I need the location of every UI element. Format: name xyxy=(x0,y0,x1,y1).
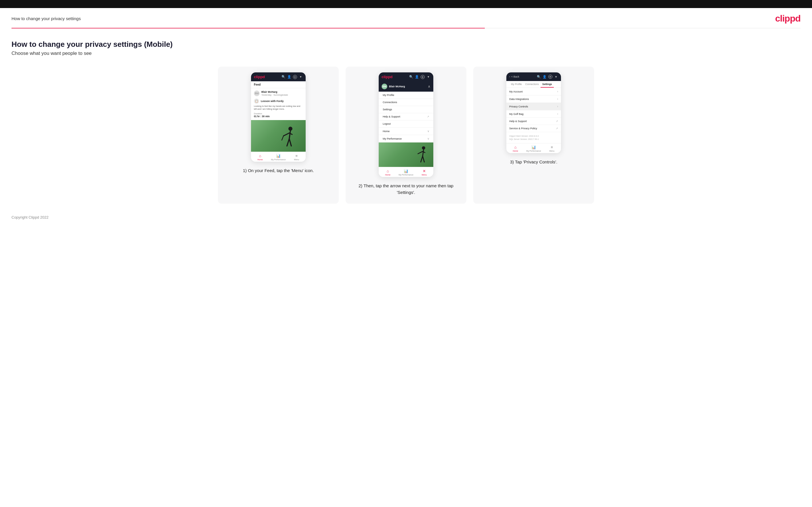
menu-item-logout[interactable]: Logout xyxy=(379,120,433,127)
svg-line-6 xyxy=(282,136,284,140)
menu-user-left: BM Blair McHarg xyxy=(382,83,405,89)
menu-icon-2[interactable]: ▾ xyxy=(426,75,430,79)
menu-item-profile[interactable]: My Profile xyxy=(379,92,433,99)
external-icon-help: ↗ xyxy=(427,115,429,118)
menu-item-help[interactable]: Help & Support ↗ xyxy=(379,113,433,120)
menu-item-connections-label: Connections xyxy=(383,101,397,104)
home-icon: ⌂ xyxy=(259,154,261,158)
settings-item-data-integrations[interactable]: Data Integrations › xyxy=(506,95,561,103)
nav-close-2[interactable]: ✕ Menu xyxy=(415,169,433,176)
menu-items: My Profile Connections Settings Help & S… xyxy=(379,92,433,143)
nav-menu-label: Menu xyxy=(294,159,299,161)
nav-performance-1[interactable]: 📊 My Performance xyxy=(269,154,287,161)
user-icon-3[interactable]: 👤 xyxy=(543,75,547,79)
phone-navbar-2: clippd 🔍 👤 ⊕ ▾ xyxy=(379,72,433,81)
lesson-icon: 📋 xyxy=(254,99,259,104)
menu-item-help-label: Help & Support xyxy=(383,115,400,118)
nav-home-1[interactable]: ⌂ Home xyxy=(251,154,269,161)
phone-mockup-2: clippd 🔍 👤 ⊕ ▾ BM Blair McHarg ∧ xyxy=(379,72,433,177)
svg-point-0 xyxy=(289,127,293,131)
menu-section-home[interactable]: Home ∨ xyxy=(379,127,433,135)
search-icon[interactable]: 🔍 xyxy=(282,75,286,79)
top-bar xyxy=(0,0,812,8)
nav-performance-label-3: My Performance xyxy=(526,150,541,152)
search-icon-2[interactable]: 🔍 xyxy=(409,75,413,79)
feed-lesson-desc: Looking to feel like my hands are exitin… xyxy=(254,105,303,111)
menu-expand-icon[interactable]: ∧ xyxy=(428,84,430,89)
user-icon-2[interactable]: 👤 xyxy=(415,75,419,79)
menu-icon[interactable]: ▾ xyxy=(299,75,303,79)
phone-s2-bottom xyxy=(379,143,433,167)
settings-item-privacy-controls[interactable]: Privacy Controls › xyxy=(506,103,561,110)
nav-performance-2[interactable]: 📊 My Performance xyxy=(397,169,415,176)
nav-menu-label-3: Menu xyxy=(550,150,555,152)
page-subheading: Choose what you want people to see xyxy=(11,51,801,56)
chevron-right-account: › xyxy=(557,90,558,93)
svg-line-4 xyxy=(284,133,289,136)
back-label: < Back xyxy=(511,75,519,78)
menu-item-settings[interactable]: Settings xyxy=(379,106,433,113)
phone-bottom-nav-1: ⌂ Home 📊 My Performance ≡ Menu xyxy=(251,152,306,162)
feed-duration-value: 01 hr : 30 min xyxy=(254,115,303,118)
settings-back-bar: ‹ < Back 🔍 👤 ⊕ ▾ xyxy=(506,72,561,81)
phone-icons-2: 🔍 👤 ⊕ ▾ xyxy=(409,75,430,79)
nav-performance-3[interactable]: 📊 My Performance xyxy=(524,145,543,152)
nav-home-label-2: Home xyxy=(385,174,391,176)
settings-item-service-privacy-label: Service & Privacy Policy xyxy=(509,127,537,130)
menu-avatar: BM xyxy=(382,83,387,89)
settings-list: My Account › Data Integrations › Privacy… xyxy=(506,88,561,132)
home-icon-3: ⌂ xyxy=(514,145,517,149)
settings-item-golf-bag[interactable]: My Golf Bag › xyxy=(506,110,561,118)
feed-avatar: BM xyxy=(254,91,260,96)
step-1-desc: 1) On your Feed, tap the 'Menu' icon. xyxy=(243,167,314,174)
feed-duration-label: Duration xyxy=(254,112,303,115)
external-icon-policy: ↗ xyxy=(556,127,558,130)
menu-nav-icon: ≡ xyxy=(296,154,298,158)
feed-user-row: BM Blair McHarg Yesterday · Sunningledal… xyxy=(254,91,303,96)
phone-bottom-nav-2: ⌂ Home 📊 My Performance ✕ Menu xyxy=(379,167,433,177)
settings-icon-2[interactable]: ⊕ xyxy=(421,75,425,79)
settings-icon[interactable]: ⊕ xyxy=(293,75,297,79)
settings-item-service-privacy[interactable]: Service & Privacy Policy ↗ xyxy=(506,125,561,132)
tab-my-profile[interactable]: My Profile xyxy=(509,81,523,88)
svg-line-10 xyxy=(423,156,424,162)
settings-item-help-label: Help & Support xyxy=(509,120,527,123)
nav-menu-3[interactable]: ≡ Menu xyxy=(543,145,561,152)
user-icon[interactable]: 👤 xyxy=(287,75,291,79)
feed-tab[interactable]: Feed xyxy=(251,81,306,88)
chevron-right-privacy: › xyxy=(557,105,558,108)
svg-line-1 xyxy=(289,131,291,139)
nav-home-2[interactable]: ⌂ Home xyxy=(379,169,397,176)
tab-settings[interactable]: Settings xyxy=(541,81,554,88)
back-arrow-icon: ‹ xyxy=(509,75,510,78)
main-content: How to change your privacy settings (Mob… xyxy=(0,29,812,210)
chevron-down-icon-perf: ∨ xyxy=(427,137,429,140)
nav-home-3[interactable]: ⌂ Home xyxy=(506,145,524,152)
menu-item-connections[interactable]: Connections xyxy=(379,99,433,106)
step-2-desc: 2) Then, tap the arrow next to your name… xyxy=(351,183,461,195)
phone-mockup-1: clippd 🔍 👤 ⊕ ▾ Feed BM Blair McHar xyxy=(251,72,306,162)
back-button[interactable]: ‹ < Back xyxy=(509,75,519,78)
nav-performance-label: My Performance xyxy=(271,159,286,161)
nav-menu-1[interactable]: ≡ Menu xyxy=(288,154,306,161)
settings-icon-3[interactable]: ⊕ xyxy=(548,75,552,79)
golfer-silhouette-2 xyxy=(416,145,429,167)
menu-user-row[interactable]: BM Blair McHarg ∧ xyxy=(379,81,433,92)
search-icon-3[interactable]: 🔍 xyxy=(537,75,541,79)
menu-section-performance[interactable]: My Performance ∨ xyxy=(379,135,433,143)
copyright: Copyright Clippd 2022 xyxy=(11,215,49,219)
nav-menu-label-2: Menu xyxy=(422,174,427,176)
performance-icon: 📊 xyxy=(276,154,281,158)
tab-connections[interactable]: Connections xyxy=(523,81,541,88)
settings-item-help[interactable]: Help & Support ↗ xyxy=(506,118,561,125)
svg-line-9 xyxy=(421,156,423,162)
svg-line-11 xyxy=(418,151,423,154)
settings-item-my-account[interactable]: My Account › xyxy=(506,88,561,95)
version-client: Clippd Client Version: 2022.8.3-3 xyxy=(509,134,558,137)
steps-row: clippd 🔍 👤 ⊕ ▾ Feed BM Blair McHar xyxy=(11,67,801,204)
menu-section-home-label: Home xyxy=(383,130,390,133)
phone-logo-2: clippd xyxy=(382,75,393,79)
golfer-silhouette-1 xyxy=(281,126,297,152)
menu-icon-3[interactable]: ▾ xyxy=(554,75,558,79)
svg-line-3 xyxy=(289,139,291,146)
